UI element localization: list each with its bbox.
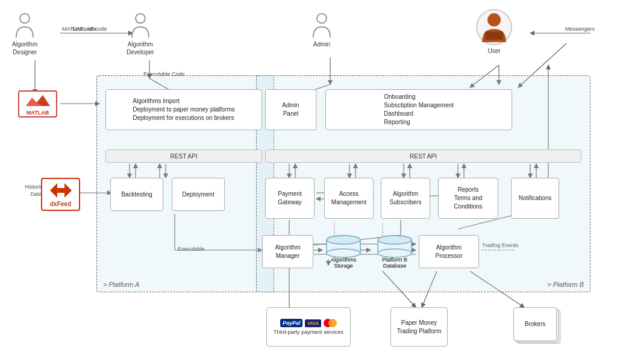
matlab-box: MATLAB [18,90,57,118]
platform-b-database-box: Platform BDatabase [371,234,419,270]
actor-algorithm-designer-label: AlgorithmDesigner [12,40,37,56]
algorithms-storage-label: AlgorithmsStorage [331,257,357,269]
matlab-code-label2: MATLAB code [62,26,96,32]
reports-terms-box: ReportsTerms and Conditions [438,178,498,219]
notifications-label: Notifications [519,194,551,202]
paper-money-trading-label: Paper MoneyTrading Platform [397,319,442,336]
algorithm-processor-label: AlgorithmProcessor [435,243,462,260]
svg-point-68 [327,236,360,244]
third-party-payment-box: PayPal VISA Third-party payment services [266,307,351,347]
brokers-area: Brokers [513,307,562,347]
backtesting-label: Backtesting [121,190,152,199]
messengers-label: Messengers [565,26,595,32]
algorithms-import-box: Algorithms importDeployment to paper mon… [105,89,262,130]
svg-point-55 [20,14,30,24]
svg-point-74 [378,236,412,244]
mastercard-logo [324,319,337,327]
svg-point-73 [378,249,412,257]
actor-user-label: User [487,47,500,55]
reports-terms-label: ReportsTerms and Conditions [441,186,495,211]
access-management-label: AccessManagement [331,190,366,207]
algorithm-subscribers-label: AlgorithmSubscribers [390,190,422,207]
deployment-label: Deployment [182,190,214,199]
algorithm-subscribers-box: AlgorithmSubscribers [381,178,430,219]
svg-point-56 [136,14,145,24]
actor-admin: Admin [310,12,334,48]
actor-algorithm-developer: AlgorithmDeveloper [127,12,154,56]
onboarding-text: OnboardingSubsctiption ManagementDashboa… [384,93,454,127]
payment-logos: PayPal VISA [280,319,337,327]
third-party-payment-label: Third-party payment services [274,329,343,335]
brokers-box: Brokers [513,307,557,341]
rest-api-a-bar: REST API [105,149,262,163]
rest-api-b-bar: REST API [265,149,581,163]
visa-logo: VISA [305,319,321,327]
admin-panel-box: AdminPanel [265,89,316,130]
svg-rect-59 [485,31,503,40]
actor-algorithm-designer: AlgorithmDesigner [12,12,37,56]
platform-a-label: > Platform A [103,281,139,288]
payment-gateway-label: PaymentGateway [278,190,301,207]
payment-gateway-box: PaymentGateway [265,178,315,219]
actor-user: User [476,9,512,55]
rest-api-a-label: REST API [171,153,198,160]
brokers-label: Brokers [525,320,545,328]
algorithms-import-text: Algorithms importDeployment to paper mon… [133,97,235,122]
admin-panel-label: AdminPanel [282,101,299,118]
dxfeed-box: dxFeed [41,178,80,211]
rest-api-b-label: REST API [410,153,437,160]
svg-marker-62 [50,183,72,198]
algorithms-storage-box: AlgorithmsStorage [319,234,368,270]
paper-money-trading-box: Paper MoneyTrading Platform [390,307,448,347]
svg-point-67 [327,249,360,257]
platform-b-label: > Platform B [547,281,584,288]
onboarding-box: OnboardingSubsctiption ManagementDashboa… [325,89,512,130]
platform-b-database-label: Platform BDatabase [382,257,407,269]
algorithm-manager-box: AlgorithmManager [262,235,313,268]
notifications-box: Notifications [511,178,559,219]
algorithm-processor-box: AlgorithmProcessor [419,235,479,268]
actor-algorithm-developer-label: AlgorithmDeveloper [127,40,154,56]
paypal-logo: PayPal [280,319,303,327]
matlab-label: MATLAB [27,110,49,116]
algorithm-manager-label: AlgorithmManager [275,243,300,260]
diagram-container: { "title": "System Architecture Diagram"… [0,0,617,364]
svg-point-57 [317,14,327,24]
dxfeed-logo [49,182,73,201]
deployment-box: Deployment [172,178,225,211]
access-management-box: AccessManagement [324,178,374,219]
dxfeed-label: dxFeed [50,201,71,207]
svg-point-58 [487,13,501,27]
actor-admin-label: Admin [313,40,330,48]
backtesting-box: Backtesting [110,178,163,211]
